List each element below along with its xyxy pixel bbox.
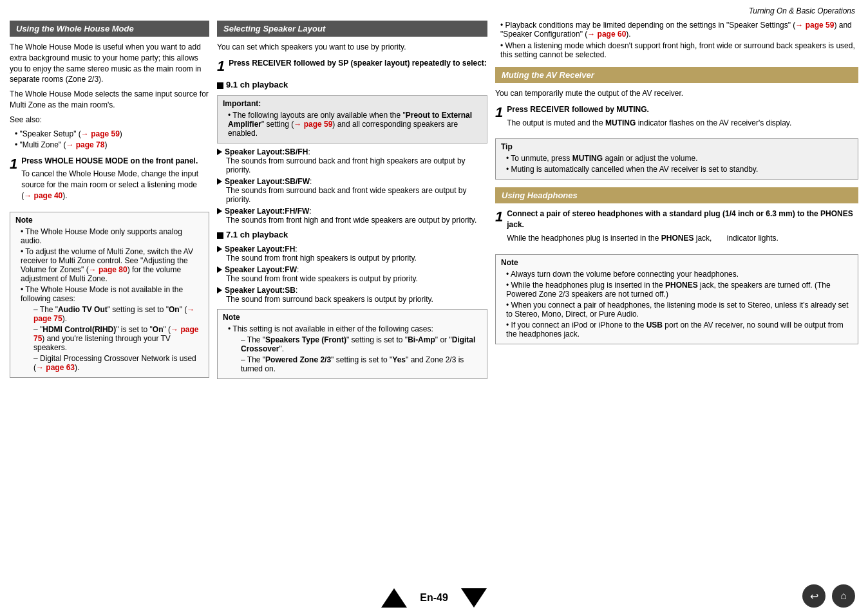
speaker-layout-intro: You can set which speakers you want to u… — [217, 42, 487, 53]
layout-name: Speaker Layout:FH — [225, 245, 295, 254]
list-item: Digital Processing Crossover Network is … — [24, 354, 203, 372]
step-number: 1 — [10, 157, 17, 171]
page: Turning On & Basic Operations Using the … — [0, 0, 868, 614]
tip-list: To unmute, press MUTING again or adjust … — [501, 154, 853, 174]
home-icon[interactable]: ⌂ — [832, 584, 855, 608]
list-item: "HDMI Control(RIHD)" is set to "On" (→ p… — [24, 325, 203, 352]
whole-house-intro1: The Whole House Mode is useful when you … — [10, 42, 209, 85]
layout-item-sbfh: Speaker Layout:SB/FH: The sounds from su… — [217, 147, 487, 174]
arrow-icon — [217, 287, 222, 293]
footer: En-49 — [0, 588, 868, 608]
sub-section-91-title: 9.1 ch playback — [226, 80, 288, 89]
layout-item-sbfw: Speaker Layout:SB/FW: The sounds from su… — [217, 177, 487, 204]
note-list: The Whole House Mode only supports analo… — [15, 227, 203, 303]
note-box-speaker: Note This setting is not available in ei… — [217, 309, 487, 379]
link-page80[interactable]: → page 80 — [89, 265, 127, 274]
note-box-headphones: Note Always turn down the volume before … — [495, 254, 858, 344]
note-title: Note — [501, 258, 853, 267]
link-page60[interactable]: → page 60 — [587, 30, 626, 39]
back-icon[interactable]: ↩ — [802, 584, 826, 608]
list-item: When you connect a pair of headphones, t… — [501, 301, 853, 319]
layout-item-fw: Speaker Layout:FW: The sound from front … — [217, 265, 487, 283]
see-also-list: "Speaker Setup" (→ page 59) "Multi Zone"… — [10, 129, 209, 149]
step-content: Press WHOLE HOUSE MODE on the front pane… — [21, 156, 209, 205]
black-square-icon — [217, 82, 223, 89]
layout-name: Speaker Layout:SB — [225, 286, 296, 295]
step-label: Press WHOLE HOUSE MODE on the front pane… — [21, 156, 209, 167]
step-desc: To cancel the Whole House Mode, change t… — [21, 169, 209, 201]
list-item: When a listening mode which doesn't supp… — [495, 41, 858, 59]
sub-section-91: 9.1 ch playback Important: The following… — [217, 80, 487, 225]
layout-item-fh: Speaker Layout:FH: The sound from front … — [217, 245, 487, 263]
note-sub-items: The "Speakers Type (Front)" setting is s… — [223, 335, 482, 373]
step-desc: While the headphones plug is inserted in… — [507, 233, 858, 244]
black-square-icon — [217, 232, 223, 239]
layout-name: Speaker Layout:SB/FW — [225, 177, 310, 186]
footer-icons: ↩ ⌂ — [802, 584, 855, 608]
speaker-layout-title: Selecting Speaker Layout — [217, 21, 487, 37]
step-number: 1 — [495, 210, 503, 224]
important-title: Important: — [223, 99, 482, 108]
arrow-icon — [217, 208, 222, 214]
content-columns: Using the Whole House Mode The Whole Hou… — [10, 21, 858, 575]
layout-desc: The sound from surround back speakers is… — [217, 295, 487, 304]
note-box-whole-house: Note The Whole House Mode only supports … — [10, 212, 209, 378]
layout-desc: The sounds from front high and front wid… — [217, 216, 487, 225]
important-list: The following layouts are only available… — [223, 111, 482, 138]
see-also-label: See also: — [10, 115, 209, 126]
prev-page-arrow[interactable] — [381, 588, 407, 608]
step-number: 1 — [217, 59, 225, 73]
arrow-icon — [217, 246, 222, 252]
note-list: Always turn down the volume before conne… — [501, 270, 853, 339]
tip-title: Tip — [501, 142, 853, 151]
step-number: 1 — [495, 106, 503, 120]
step-1-whole-house: 1 Press WHOLE HOUSE MODE on the front pa… — [10, 156, 209, 205]
note-sub-items: The "Audio TV Out" setting is set to "On… — [15, 305, 203, 372]
link-page59b[interactable]: → page 59 — [795, 21, 834, 30]
step-label: Press RECEIVER followed by SP (speaker l… — [229, 58, 487, 69]
list-item: The "Speakers Type (Front)" setting is s… — [232, 335, 482, 353]
layout-desc: The sounds from surround back and front … — [217, 156, 487, 174]
list-item: This setting is not available in either … — [223, 324, 482, 333]
arrow-icon — [217, 178, 222, 185]
link-page40[interactable]: → page 40 — [24, 191, 62, 200]
next-page-arrow[interactable] — [461, 588, 487, 608]
right-top-bullets: Playback conditions may be limited depen… — [495, 21, 858, 59]
middle-column: Selecting Speaker Layout You can set whi… — [217, 21, 487, 575]
list-item: The "Powered Zone 2/3" setting is set to… — [232, 355, 482, 373]
list-item: The Whole House Mode is not available in… — [15, 285, 203, 303]
list-item: The "Audio TV Out" setting is set to "On… — [24, 305, 203, 323]
list-item: Muting is automatically cancelled when t… — [501, 165, 853, 174]
step-content: Press RECEIVER followed by MUTING. The o… — [507, 104, 858, 133]
link-page63[interactable]: → page 63 — [36, 363, 75, 372]
step-content: Press RECEIVER followed by SP (speaker l… — [229, 58, 487, 71]
header-title: Turning On & Basic Operations — [749, 6, 855, 15]
page-number: En-49 — [420, 592, 448, 604]
headphones-title: Using Headphones — [495, 187, 858, 203]
link-multi-zone[interactable]: → page 78 — [66, 140, 104, 149]
layout-desc: The sound from front wide speakers is ou… — [217, 274, 487, 283]
link-speaker-setup[interactable]: → page 59 — [81, 129, 120, 138]
layout-name: Speaker Layout:FW — [225, 265, 297, 274]
list-item: To unmute, press MUTING again or adjust … — [501, 154, 853, 163]
note-title: Note — [223, 313, 482, 322]
right-column: Playback conditions may be limited depen… — [495, 21, 858, 575]
layout-desc: The sounds from surround back and front … — [217, 186, 487, 204]
layout-desc: The sound from front high speakers is ou… — [217, 254, 487, 263]
list-item: To adjust the volume of Multi Zone, swit… — [15, 247, 203, 283]
layout-item-fhfw: Speaker Layout:FH/FW: The sounds from fr… — [217, 207, 487, 225]
link-page59a[interactable]: → page 59 — [294, 120, 332, 129]
step-label: Press RECEIVER followed by MUTING. — [507, 104, 858, 115]
step-desc: The output is muted and the MUTING indic… — [507, 118, 858, 129]
step-label: Connect a pair of stereo headphones with… — [507, 209, 858, 230]
list-item: Always turn down the volume before conne… — [501, 270, 853, 279]
list-item: While the headphones plug is inserted in… — [501, 281, 853, 299]
arrow-icon — [217, 266, 222, 273]
step-1-muting: 1 Press RECEIVER followed by MUTING. The… — [495, 104, 858, 133]
note-list: This setting is not available in either … — [223, 324, 482, 333]
sub-section-71-title: 7.1 ch playback — [226, 230, 288, 239]
muting-title: Muting the AV Receiver — [495, 67, 858, 83]
list-item: "Multi Zone" (→ page 78) — [10, 140, 209, 149]
layout-item-sb: Speaker Layout:SB: The sound from surrou… — [217, 286, 487, 304]
note-title: Note — [15, 216, 203, 225]
